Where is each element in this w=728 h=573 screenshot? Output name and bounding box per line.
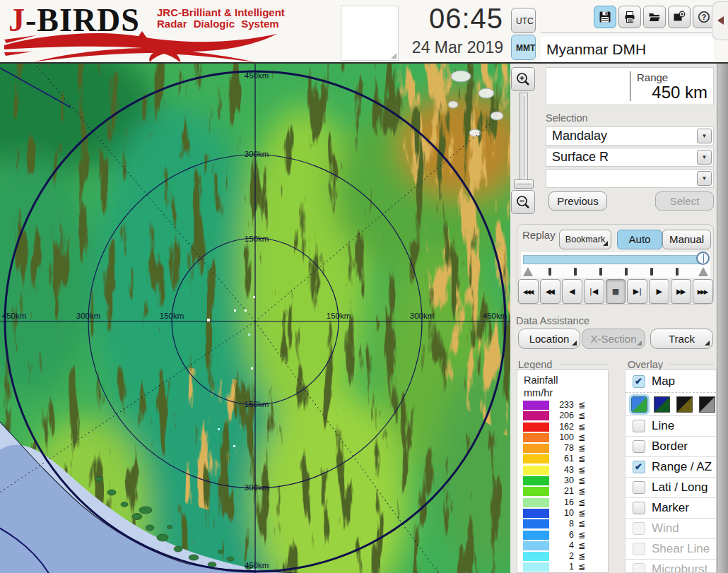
legend-row: 2≦ [517,551,608,562]
header-bar: J-BIRDS JRC-Brilliant & Intelligent Rada… [0,0,728,64]
radar-map-viewport[interactable]: 450km 300km 150km 150km 300km 450km 450k… [0,64,510,573]
overlay-item-label: Marker [652,501,689,515]
overlay-item-marker[interactable]: Marker [626,497,716,518]
manual-mode-button[interactable]: Manual [662,230,711,249]
checkbox[interactable] [633,522,645,535]
location-button[interactable]: Location [518,329,580,349]
logo-tagline-line2: Radar Dialogic System [157,18,285,30]
slider-range-start-marker[interactable] [523,267,533,276]
slider-tick [548,268,551,276]
overlay-item-border[interactable]: Border [626,436,716,456]
checkbox[interactable] [633,440,645,453]
print-button[interactable] [618,6,641,28]
map-zoom-slider-thumb[interactable] [514,179,534,189]
transport-jump-end-button[interactable]: ▶▶▶ [693,279,713,304]
overlay-item-range-az[interactable]: ✔Range / AZ [626,456,716,477]
overlay-item-wind[interactable]: Wind [626,518,716,538]
mmt-timezone-button[interactable]: MMT [511,35,536,60]
product-dropdown-button[interactable]: ▼ [697,150,712,165]
legend-threshold-value: 16 [550,497,574,507]
legend-threshold-value: 21 [550,486,574,496]
data-assistance-section-label: Data Assistance [516,315,589,326]
legend-row: 6≦ [517,530,608,540]
map-style-swatch-2[interactable] [654,396,670,413]
legend-operator: ≦ [578,400,585,410]
legend-operator: ≦ [578,530,585,540]
option-dropdown[interactable]: ▼ [546,169,714,188]
transport-stop-button[interactable]: ■ [606,279,626,304]
legend-unit-line1: Rainfall [524,374,558,386]
legend-row: 78≦ [517,443,608,454]
map-zoom-in-button[interactable] [511,67,535,91]
transport-step-back-button[interactable]: |◀ [584,279,604,304]
site-dropdown[interactable]: Mandalay ▼ [546,126,714,146]
legend-operator: ≦ [578,432,585,442]
overlay-item-label: Map [652,374,675,389]
x-section-button[interactable]: X-Section [582,329,645,349]
logo-tagline-line1: JRC-Brilliant & Intelligent [157,7,285,18]
toolbar-divider [541,33,714,33]
site-dropdown-value: Mandalay [546,127,713,145]
map-style-swatch-1[interactable] [631,396,647,413]
legend-color-swatch [523,433,549,442]
checkbox[interactable]: ✔ [633,461,645,473]
checkbox[interactable] [633,502,645,514]
svg-text:?: ? [702,13,706,21]
add-capture-button[interactable] [668,6,691,28]
legend-operator: ≦ [578,454,585,463]
map-style-swatch-4[interactable] [699,396,715,413]
map-zoom-slider-track[interactable] [519,93,528,180]
panel-edge-strip[interactable] [717,40,728,573]
transport-play-button[interactable]: ▶ [649,279,669,304]
save-button[interactable] [594,6,616,28]
replay-slider-track[interactable] [523,255,705,264]
map-zoom-out-button[interactable] [511,190,535,214]
overlay-item-map[interactable]: ✔Map [626,370,716,392]
overlay-item-line[interactable]: Line [626,415,716,436]
bookmark-button[interactable]: Bookmark [559,230,611,249]
replay-slider-area [521,252,710,278]
checkbox[interactable] [633,420,645,432]
terrain-map: 450km 300km 150km 150km 300km 450km 450k… [0,64,510,573]
map-style-swatch-3[interactable] [676,396,693,413]
option-dropdown-button[interactable]: ▼ [697,171,712,186]
select-button[interactable]: Select [655,191,714,211]
transport-jump-start-button[interactable]: ◀◀◀ [518,279,539,304]
transport-step-forward-button[interactable]: ▶| [627,279,647,304]
transport-play-reverse-button[interactable]: ◀ [562,279,582,304]
panel-collapse-tab[interactable] [712,1,728,40]
range-label: Range [637,71,668,83]
track-button[interactable]: Track [650,329,713,349]
checkbox[interactable] [633,543,645,555]
legend-color-swatch [523,487,549,496]
open-file-button[interactable] [643,6,666,28]
utc-timezone-button[interactable]: UTC [511,8,536,33]
previous-button[interactable]: Previous [548,191,607,211]
overlay-list: ✔MapLineBorder✔Range / AZLati / LongMark… [625,370,717,573]
site-dropdown-button[interactable]: ▼ [697,129,712,143]
product-dropdown-value: Surface R [546,148,713,166]
legend-color-swatch [523,509,549,518]
checkbox[interactable] [633,563,645,573]
overlay-item-label: Line [652,419,674,433]
overlay-item-lati-long[interactable]: Lati / Long [626,477,716,497]
slider-tick [574,268,577,276]
transport-fast-forward-button[interactable]: ▶▶ [671,279,691,304]
legend-threshold-value: 43 [550,465,574,475]
legend-row: 100≦ [517,432,608,443]
replay-slider-thumb[interactable] [696,252,710,265]
svg-text:300km: 300km [245,483,269,492]
auto-mode-button[interactable]: Auto [617,230,662,249]
slider-range-end-marker[interactable] [698,267,708,276]
checkbox[interactable]: ✔ [633,375,645,388]
legend-threshold-value: 162 [550,422,574,432]
overlay-item-shear-line[interactable]: Shear Line [626,538,716,559]
checkbox[interactable] [633,481,645,494]
legend-row: 8≦ [517,519,608,529]
svg-text:150km: 150km [327,312,351,320]
transport-fast-rewind-button[interactable]: ◀◀ [540,279,560,304]
eagle-logo-icon [3,30,280,62]
product-dropdown[interactable]: Surface R ▼ [546,148,714,167]
overlay-item-microburst[interactable]: Microburst [626,559,716,573]
svg-text:150km: 150km [160,312,184,320]
